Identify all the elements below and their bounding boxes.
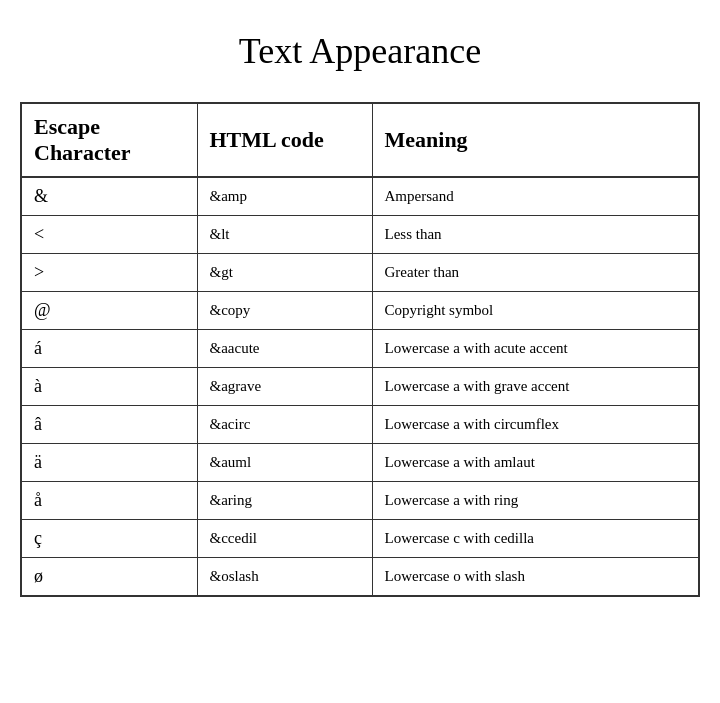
meaning-cell: Copyright symbol [372, 292, 698, 330]
table-row: &&ampAmpersand [22, 177, 698, 216]
table-row: à&agraveLowercase a with grave accent [22, 368, 698, 406]
meaning-cell: Lowercase a with amlaut [372, 444, 698, 482]
meaning-cell: Lowercase a with circumflex [372, 406, 698, 444]
meaning-cell: Lowercase a with ring [372, 482, 698, 520]
meaning-cell: Lowercase c with cedilla [372, 520, 698, 558]
html-code-cell: &acirc [197, 406, 372, 444]
header-html-code: HTML code [197, 104, 372, 177]
meaning-cell: Lowercase a with grave accent [372, 368, 698, 406]
table-row: @&copyCopyright symbol [22, 292, 698, 330]
html-code-cell: &ccedil [197, 520, 372, 558]
table-row: â&acircLowercase a with circumflex [22, 406, 698, 444]
html-code-cell: &amp [197, 177, 372, 216]
main-table-container: Escape Character HTML code Meaning &&amp… [20, 102, 700, 597]
escape-char-cell: à [22, 368, 197, 406]
html-code-cell: &auml [197, 444, 372, 482]
table-row: ø&oslashLowercase o with slash [22, 558, 698, 596]
escape-char-cell: @ [22, 292, 197, 330]
table-header-row: Escape Character HTML code Meaning [22, 104, 698, 177]
html-code-cell: &oslash [197, 558, 372, 596]
header-escape-character: Escape Character [22, 104, 197, 177]
page-title: Text Appearance [239, 30, 481, 72]
escape-char-cell: ç [22, 520, 197, 558]
html-code-cell: &copy [197, 292, 372, 330]
escape-char-cell: > [22, 254, 197, 292]
table-row: <&ltLess than [22, 216, 698, 254]
table-row: >&gtGreater than [22, 254, 698, 292]
html-code-cell: &agrave [197, 368, 372, 406]
escape-characters-table: Escape Character HTML code Meaning &&amp… [22, 104, 698, 595]
meaning-cell: Ampersand [372, 177, 698, 216]
table-row: ç&ccedilLowercase c with cedilla [22, 520, 698, 558]
header-meaning: Meaning [372, 104, 698, 177]
html-code-cell: &gt [197, 254, 372, 292]
meaning-cell: Lowercase o with slash [372, 558, 698, 596]
html-code-cell: &lt [197, 216, 372, 254]
escape-char-cell: < [22, 216, 197, 254]
escape-char-cell: & [22, 177, 197, 216]
meaning-cell: Lowercase a with acute accent [372, 330, 698, 368]
table-row: ä&aumlLowercase a with amlaut [22, 444, 698, 482]
escape-char-cell: á [22, 330, 197, 368]
table-row: å&aringLowercase a with ring [22, 482, 698, 520]
escape-char-cell: ä [22, 444, 197, 482]
meaning-cell: Less than [372, 216, 698, 254]
escape-char-cell: â [22, 406, 197, 444]
escape-char-cell: ø [22, 558, 197, 596]
table-row: á&aacuteLowercase a with acute accent [22, 330, 698, 368]
meaning-cell: Greater than [372, 254, 698, 292]
html-code-cell: &aacute [197, 330, 372, 368]
html-code-cell: &aring [197, 482, 372, 520]
escape-char-cell: å [22, 482, 197, 520]
